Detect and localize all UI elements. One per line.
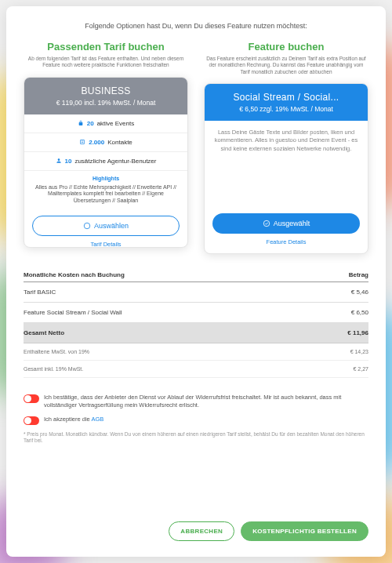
svg-point-1	[263, 221, 270, 227]
feature-card: Social Stream / Social... € 6,50 zzgl. 1…	[204, 83, 368, 254]
agb-toggle[interactable]	[24, 416, 39, 425]
booking-modal: Folgende Optionen hast Du, wenn Du diese…	[6, 6, 386, 557]
modal-actions: ABBRECHEN KOSTENPFLICHTIG BESTELLEN	[24, 510, 368, 541]
tariff-card: BUSINESS € 119,00 incl. 19% MwSt. / Mona…	[24, 77, 188, 248]
confirm-agb: Ich akzeptiere die AGB	[24, 416, 368, 425]
tariff-feature-users: 10 zusätzliche Agentur-Benutzer	[24, 152, 187, 171]
feature-price: € 6,50 zzgl. 19% MwSt. / Monat	[211, 105, 361, 113]
cost-total-net: Gesamt Netto € 11,96	[24, 323, 368, 343]
cost-total-gross: Gesamt inkl. 19% MwSt. € 2,27	[24, 361, 368, 378]
tariff-card-footer: Auswählen Tarif Details	[24, 209, 187, 248]
select-tariff-button[interactable]: Auswählen	[32, 216, 180, 236]
svg-point-0	[84, 223, 90, 229]
price-note: * Preis pro Monat. Monatlich kündbar. We…	[24, 431, 368, 445]
feature-subtitle: Das Feature erscheint zusätzlich zu Dein…	[204, 56, 368, 75]
feature-description: Lass Deine Gäste Texte und Bilder posten…	[205, 121, 368, 207]
order-button[interactable]: KOSTENPFLICHTIG BESTELLEN	[241, 521, 368, 541]
cost-row-tariff: Tarif BASIC € 5,46	[24, 282, 368, 303]
circle-icon	[83, 222, 91, 230]
feature-title: Feature buchen	[204, 41, 368, 53]
intro-text: Folgende Optionen hast Du, wenn Du diese…	[24, 22, 368, 30]
tariff-price: € 119,00 incl. 19% MwSt. / Monat	[31, 99, 181, 107]
cancel-button[interactable]: ABBRECHEN	[169, 521, 234, 541]
user-icon	[56, 158, 62, 164]
tariff-feature-contacts: 2.000 Kontakte	[24, 133, 187, 152]
check-circle-icon	[263, 220, 270, 227]
cost-header: Monatliche Kosten nach Buchung Betrag	[24, 271, 368, 282]
feature-card-header: Social Stream / Social... € 6,50 zzgl. 1…	[205, 84, 368, 121]
cost-row-feature: Feature Social Stream / Social Wall € 6,…	[24, 303, 368, 323]
tariff-details-link[interactable]: Tarif Details	[32, 241, 180, 248]
tariff-title: Passenden Tarif buchen	[24, 41, 188, 53]
lock-icon	[78, 120, 84, 126]
feature-column: Feature buchen Das Feature erscheint zus…	[204, 41, 368, 254]
options-columns: Passenden Tarif buchen Ab dem folgenden …	[24, 41, 368, 254]
tariff-card-header: BUSINESS € 119,00 incl. 19% MwSt. / Mona…	[24, 78, 187, 114]
cost-vat: Enthaltene MwSt. von 19% € 14,23	[24, 343, 368, 361]
confirmations: Ich bestätige, dass der Anbieter den Die…	[24, 394, 368, 444]
feature-details-link[interactable]: Feature Details	[212, 238, 360, 245]
tariff-column: Passenden Tarif buchen Ab dem folgenden …	[24, 41, 188, 254]
cost-table: Monatliche Kosten nach Buchung Betrag Ta…	[24, 271, 368, 378]
selected-feature-button[interactable]: Ausgewählt	[212, 213, 360, 234]
tariff-highlights: Highlights Alles aus Pro // Echte Mehrsp…	[24, 171, 187, 209]
feature-card-footer: Ausgewählt Feature Details	[205, 207, 368, 253]
agb-link[interactable]: AGB	[91, 416, 103, 423]
tariff-subtitle: Ab dem folgenden Tarif ist das Feature e…	[24, 56, 188, 69]
withdrawal-toggle[interactable]	[24, 394, 39, 403]
confirm-withdrawal: Ich bestätige, dass der Anbieter den Die…	[24, 394, 368, 409]
feature-name: Social Stream / Social...	[211, 92, 361, 103]
tariff-name: BUSINESS	[31, 85, 181, 96]
contact-icon	[79, 139, 85, 145]
tariff-feature-events: 20 aktive Events	[24, 114, 187, 133]
